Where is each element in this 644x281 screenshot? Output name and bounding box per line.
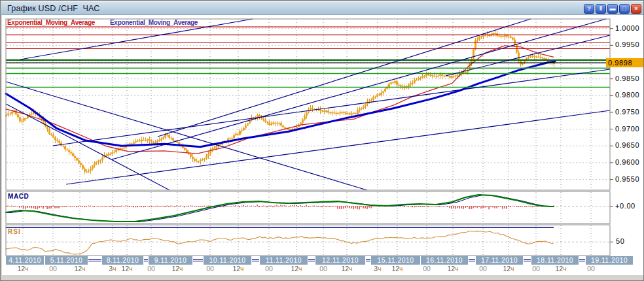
price-axis-label: 1.0000	[615, 24, 639, 32]
time-axis-label: 00	[581, 265, 601, 273]
date-gap-separator	[366, 259, 370, 261]
time-axis-label: 12ч	[228, 265, 248, 273]
date-gap-separator	[144, 259, 148, 261]
chart-window: График USD /CHF ЧАС ?‖▬□× Exponential_Mo…	[0, 0, 644, 281]
macd-indicator-label: MACD	[8, 193, 29, 200]
date-axis-label: 9.11.2010	[149, 256, 192, 265]
date-axis-label: 11.11.2010	[260, 256, 308, 265]
price-axis-label: 0.9550	[615, 175, 639, 183]
time-axis-label: 00	[526, 265, 546, 273]
price-axis-label: 0.9950	[615, 41, 639, 48]
current-price-tag: 0.9898	[606, 58, 644, 67]
date-axis-label: 8.11.2010	[102, 256, 143, 265]
time-axis-label: 00	[313, 265, 333, 273]
date-gap-separator	[469, 259, 475, 261]
date-gap-separator	[524, 259, 531, 261]
ema-indicator-label-2: Exponential_Moving_Average	[110, 19, 198, 26]
time-axis-label: 00	[417, 265, 437, 273]
date-axis-label: 4.11.2010	[6, 256, 44, 265]
date-axis-label: 12.11.2010	[315, 256, 365, 265]
time-axis-label: 12ч	[70, 265, 90, 273]
price-axis-label: 0.9750	[615, 108, 639, 116]
date-axis-label: 5.11.2010	[45, 256, 88, 265]
main-chart-panel[interactable]	[6, 19, 610, 190]
date-gap-separator	[88, 259, 101, 261]
rsi-level-label: 50	[616, 237, 624, 245]
rsi-indicator-label: RSI	[8, 228, 21, 235]
time-axis-label: 12ч	[499, 265, 518, 273]
time-axis-label: 12ч	[337, 265, 357, 273]
date-axis-label: 19.11.2010	[586, 256, 633, 265]
date-axis-label: 18.11.2010	[531, 256, 579, 265]
price-axis-label: 0.9650	[615, 141, 639, 149]
price-axis-label: 0.9850	[615, 74, 639, 82]
date-axis-label: 15.11.2010	[371, 256, 420, 265]
time-axis-label: 12ч	[168, 265, 187, 273]
price-axis-label: 0.9800	[615, 91, 639, 99]
time-axis-label: 12ч	[387, 265, 407, 273]
date-gap-separator	[193, 259, 203, 261]
price-axis-label: 0.9700	[615, 125, 639, 133]
macd-current-value: +0.00	[615, 202, 635, 210]
time-axis-label: 12ч	[117, 265, 137, 273]
time-axis-label: 00	[473, 265, 493, 273]
time-axis-label: 00	[141, 265, 161, 273]
ema-indicator-label-1: Exponential_Moving_Average	[7, 19, 95, 26]
date-gap-separator	[308, 259, 315, 261]
time-axis-label: 00	[200, 265, 220, 273]
time-axis-label: 12ч	[287, 265, 306, 273]
macd-panel[interactable]	[6, 191, 610, 223]
date-axis-label: 10.11.2010	[204, 256, 251, 265]
time-axis-label: 12ч	[443, 265, 463, 273]
time-axis-label: 00	[259, 265, 279, 273]
time-axis-label: 12ч	[551, 265, 571, 273]
price-axis-label: 0.9600	[615, 158, 639, 166]
date-gap-separator	[579, 259, 585, 261]
rsi-panel[interactable]	[6, 225, 610, 256]
time-axis-label: 12ч	[13, 265, 33, 273]
time-axis-label: 3ч	[368, 265, 387, 273]
date-axis-label: 16.11.2010	[421, 256, 468, 265]
date-gap-separator	[252, 259, 259, 261]
date-axis-label: 17.11.2010	[476, 256, 523, 265]
time-axis-label: 00	[43, 265, 63, 273]
